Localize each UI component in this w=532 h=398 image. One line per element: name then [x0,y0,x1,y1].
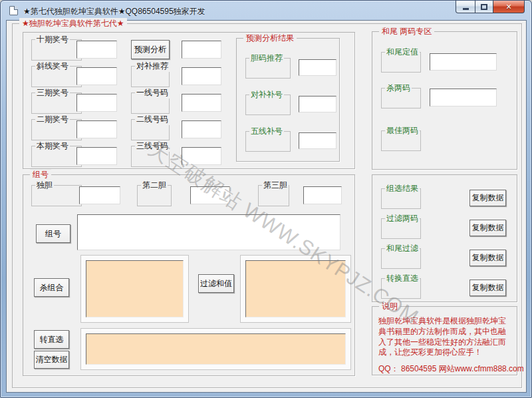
input-duibu[interactable] [182,67,221,85]
input-dudan[interactable] [79,186,120,204]
label-duibu-buhao: 对补补号 [249,89,284,100]
filter-hezhi-button[interactable]: 过滤和值 [198,274,234,293]
client-area: 天空破解站 WWW.SKYPJZ.COM ★独胆乾坤宝典软件第七代★ 十期奖号 … [6,20,527,393]
window-title: ★第七代独胆乾坤宝典软件★QQ86504595独家开发 [23,6,205,17]
label-wuxian-buhao: 五线补号 [249,126,284,137]
label-frame-wuxian-buhao: 五线补号 [245,131,291,152]
notes-group: 说明 独胆乾坤宝典软件是根据独胆乾坤宝典书籍里的方法制作而成，其中也融入了其他一… [372,306,517,375]
label-zuxuan-result: 组选结果 [385,183,420,194]
label-dudan: 独胆 [35,180,54,191]
label-sha-liangma: 杀两码 [385,83,412,94]
input-diagonal[interactable] [76,67,117,85]
zhixuan-output-wrap [80,328,351,370]
input-sha-liangma[interactable] [430,89,497,106]
label-filter-liangma: 过滤两码 [385,213,420,224]
label-convert-zhixuan: 转换直选 [385,273,420,284]
label-frame-diagonal: 斜线奖号 [31,66,82,87]
label-frame-hewei-filter: 和尾过滤 [381,248,421,269]
label-second-dan: 第二胆 [141,180,168,191]
input-third-dan[interactable] [303,186,342,204]
label-frame-zuijia-liangma: 最佳两码 [381,130,421,151]
sha-zuhe-button[interactable]: 杀组合 [34,278,69,297]
copy-data-label-4: 复制数据 [472,282,504,294]
input-two-period[interactable] [76,120,117,138]
label-two-period: 二期奖号 [35,114,70,125]
maximize-icon [481,4,487,10]
label-line1: 一线号码 [135,87,170,99]
label-danma-recommend: 胆码推荐 [249,53,284,64]
label-third-dan: 第三胆 [262,180,289,191]
app-icon [9,6,18,15]
copy-data-button-4[interactable]: 复制数据 [469,280,506,296]
label-frame-convert-zhixuan: 转换直选 [381,278,421,299]
predict-analyze-button[interactable]: 预测分析 [131,40,170,59]
label-frame-three-period: 三期奖号 [31,93,82,114]
caption-buttons: ✕ [456,1,525,13]
zuhao-button[interactable]: 组号 [36,224,70,243]
copy-data-button-2[interactable]: 复制数据 [469,220,506,236]
zhuan-zhixuan-button[interactable]: 转直选 [34,330,69,349]
label-diagonal: 斜线奖号 [35,61,70,72]
zuhao-output-area[interactable] [77,214,340,250]
clear-data-button[interactable]: 清空数据 [34,351,69,369]
filter-output-wrap [240,255,351,323]
label-frame-filter-liangma: 过滤两码 [381,218,421,239]
zhuan-zhixuan-label: 转直选 [40,334,64,345]
copy-data-label-2: 复制数据 [472,222,504,234]
input-ten-period[interactable] [76,41,117,59]
app-window: ★第七代独胆乾坤宝典软件★QQ86504595独家开发 ✕ 天空破解站 WWW.… [0,0,532,398]
notes-body: 独胆乾坤宝典软件是根据独胆乾坤宝典书籍里的方法制作而成，其中也融入了其他一些稳定… [378,316,511,358]
prediction-result-title: 预测分析结果 [243,33,297,44]
filter-output-area[interactable] [245,260,346,317]
sha-zuhe-output-area[interactable] [86,260,184,317]
prediction-result-group: 预测分析结果 胆码推荐 对补补号 五线补号 [236,38,340,162]
input-second-dan[interactable] [190,186,230,204]
hewei-zone-title: 和尾 两码专区 [379,26,434,37]
input-danma-recommend[interactable] [299,59,336,76]
input-duibu-buhao[interactable] [299,96,336,112]
sha-zuhe-label: 杀组合 [40,282,64,294]
label-frame-sha-liangma: 杀两码 [381,88,421,108]
input-predict-result[interactable] [182,41,221,59]
copy-data-label-3: 复制数据 [472,252,504,264]
sha-zuhe-output-wrap [80,255,189,323]
label-line3: 三线号码 [135,140,170,152]
label-frame-current-period: 本期奖号 [31,146,82,167]
main-group-title: ★独胆乾坤宝典软件第七代★ [19,18,127,29]
minimize-button[interactable] [456,1,475,13]
copy-data-button-3[interactable]: 复制数据 [469,250,506,266]
maximize-button[interactable] [475,1,493,13]
input-wuxian-buhao[interactable] [299,132,336,149]
label-frame-duibu-buhao: 对补补号 [245,95,291,115]
copy-data-button-1[interactable]: 复制数据 [469,190,506,206]
zuhao-title: 组号 [30,169,51,180]
hewei-zone-group: 和尾 两码专区 和尾定值 杀两码 最佳两码 [372,31,517,170]
results-panel: 组选结果 复制数据 过滤两码 复制数据 和尾过滤 复制数据 转换直选 复制数据 [372,174,517,302]
label-hewei-filter: 和尾过滤 [385,243,420,254]
title-bar[interactable]: ★第七代独胆乾坤宝典软件★QQ86504595独家开发 ✕ [1,1,531,20]
close-icon: ✕ [505,3,511,11]
input-current-period[interactable] [76,147,117,165]
input-hewei-dingzhi[interactable] [430,53,497,71]
award-input-panel: 十期奖号 预测分析 斜线奖号 对补推荐 三期奖号 一线号码 二期奖号 二线号码 … [23,32,355,169]
label-frame-line1: 一线号码 [131,93,170,114]
input-line2[interactable] [182,120,221,138]
zuhao-button-label: 组号 [45,228,61,240]
label-frame-danma: 胆码推荐 [245,58,291,79]
label-frame-second-dan: 第二胆 [137,185,172,206]
close-button[interactable]: ✕ [493,1,525,13]
zuhao-group: 组号 独胆 第二胆 第三胆 组号 杀组合 过滤和值 转直选 清空数据 [23,174,355,376]
label-frame-two-period: 二期奖号 [31,119,82,140]
clear-data-label: 清空数据 [36,354,68,365]
notes-title: 说明 [379,301,400,312]
label-frame-line3: 三线号码 [131,146,170,167]
label-ten-period: 十期奖号 [35,34,70,45]
label-hewei-dingzhi: 和尾定值 [385,47,420,58]
label-line2: 二线号码 [135,114,170,125]
input-line1[interactable] [182,94,221,112]
input-line3[interactable] [182,147,221,165]
input-three-period[interactable] [76,94,117,112]
zhixuan-output-area[interactable] [86,333,346,365]
copy-data-label-1: 复制数据 [472,192,504,204]
label-three-period: 三期奖号 [35,87,70,99]
